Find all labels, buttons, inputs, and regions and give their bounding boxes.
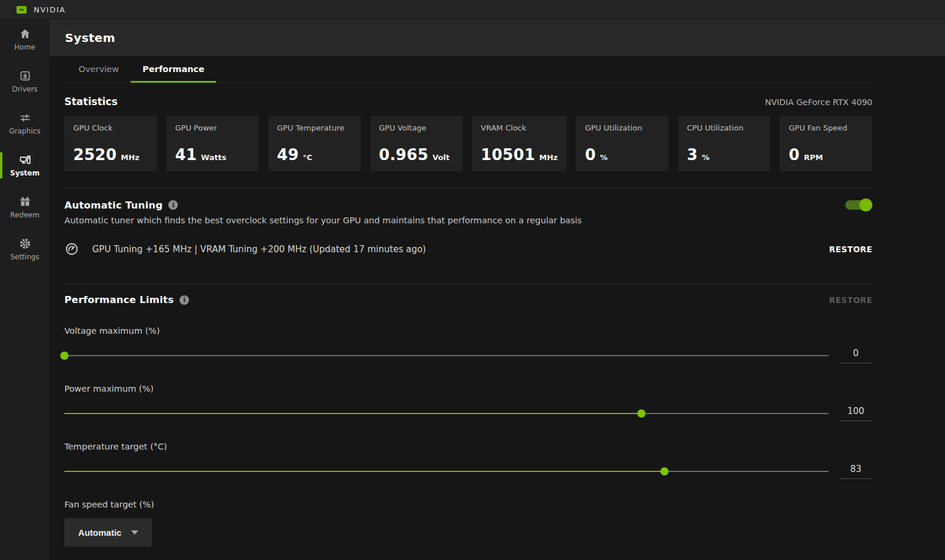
fan-speed-dropdown[interactable]: Automatic xyxy=(64,518,152,546)
stat-card-value: 3 xyxy=(687,146,698,164)
stat-card: CPU Utilization3% xyxy=(678,116,771,171)
redeem-icon xyxy=(19,196,31,208)
slider-value[interactable]: 100 xyxy=(839,406,872,421)
slider-fill xyxy=(64,471,664,472)
slider-handle[interactable] xyxy=(60,351,69,360)
sidebar-item-redeem[interactable]: Redeem xyxy=(0,192,50,223)
tab-performance[interactable]: Performance xyxy=(131,56,216,82)
drivers-icon xyxy=(19,70,31,82)
info-icon[interactable]: i xyxy=(180,295,189,305)
fan-speed-label: Fan speed target (%) xyxy=(64,500,872,509)
stat-card-value: 2520 xyxy=(73,146,117,164)
automatic-tuning-description: Automatic tuner which finds the best ove… xyxy=(64,216,872,225)
stat-card-label: GPU Utilization xyxy=(585,123,660,132)
stat-card-label: CPU Utilization xyxy=(687,123,762,132)
gpu-name: NVIDIA GeForce RTX 4090 xyxy=(765,97,872,107)
slider-track[interactable] xyxy=(64,467,829,476)
stat-card-unit: Watts xyxy=(201,153,226,162)
stat-card: GPU Utilization0% xyxy=(576,116,669,171)
slider-track[interactable] xyxy=(64,409,829,418)
main-content: OverviewPerformance Statistics NVIDIA Ge… xyxy=(50,56,945,560)
slider-group: Voltage maximum (%)0 xyxy=(64,326,872,363)
stat-card-value: 10501 xyxy=(481,146,535,164)
stat-card-value: 41 xyxy=(175,146,197,164)
slider-value[interactable]: 83 xyxy=(839,464,872,479)
stat-card-unit: % xyxy=(600,153,608,162)
home-icon xyxy=(19,28,31,40)
stat-card-value: 0 xyxy=(788,146,799,164)
settings-icon xyxy=(19,237,31,250)
sidebar-item-label: Home xyxy=(14,43,35,51)
stat-card: GPU Clock2520MHz xyxy=(64,116,157,171)
section-divider xyxy=(64,188,872,188)
sidebar-item-label: System xyxy=(10,169,40,177)
stat-card-label: GPU Clock xyxy=(73,123,148,132)
automatic-tuning-heading: Automatic Tuning xyxy=(64,200,162,211)
sidebar-item-system[interactable]: System xyxy=(0,150,50,181)
restore-limits-button[interactable]: RESTORE xyxy=(829,295,872,305)
stat-card-label: GPU Power xyxy=(175,123,250,132)
app-title: NVIDIA xyxy=(34,5,66,14)
stat-card: GPU Power41Watts xyxy=(167,116,259,171)
nvidia-app-window: NVIDIA HomeDriversGraphicsSystemRedeemSe… xyxy=(0,0,945,560)
stat-card-unit: MHz xyxy=(121,153,139,162)
active-indicator xyxy=(0,152,2,178)
statistics-header: Statistics NVIDIA GeForce RTX 4090 xyxy=(64,96,872,108)
page-title: System xyxy=(65,31,115,45)
tab-overview[interactable]: Overview xyxy=(67,56,131,82)
section-divider xyxy=(64,284,872,284)
stat-card-unit: MHz xyxy=(539,153,558,162)
page-header: System xyxy=(50,19,945,56)
graphics-icon xyxy=(19,112,31,124)
sidebar-item-drivers[interactable]: Drivers xyxy=(0,66,50,97)
performance-limits-heading: Performance Limits xyxy=(64,294,174,305)
stat-card-value: 0 xyxy=(585,146,595,164)
stat-card-label: VRAM Clock xyxy=(481,123,558,132)
gauge-icon xyxy=(64,242,79,256)
performance-limits-header: Performance Limits i RESTORE xyxy=(64,294,872,305)
statistics-cards: GPU Clock2520MHzGPU Power41WattsGPU Temp… xyxy=(64,116,872,171)
info-icon[interactable]: i xyxy=(168,200,178,210)
stat-card-value: 0.965 xyxy=(379,146,429,164)
slider-handle[interactable] xyxy=(637,409,646,418)
stat-card: GPU Fan Speed0RPM xyxy=(780,116,872,171)
fan-speed-selected: Automatic xyxy=(78,528,121,538)
slider-fill xyxy=(64,413,641,414)
slider-handle[interactable] xyxy=(660,467,669,476)
system-icon xyxy=(19,154,31,166)
sidebar-item-settings[interactable]: Settings xyxy=(0,234,50,265)
slider-group: Power maximum (%)100 xyxy=(64,384,872,421)
tuning-status-row: GPU Tuning +165 MHz | VRAM Tuning +200 M… xyxy=(64,242,872,256)
slider-value[interactable]: 0 xyxy=(839,348,872,363)
slider-label: Temperature target (°C) xyxy=(64,442,872,451)
sidebar: HomeDriversGraphicsSystemRedeemSettings xyxy=(0,19,50,560)
stat-card-label: GPU Voltage xyxy=(379,123,454,132)
sidebar-item-graphics[interactable]: Graphics xyxy=(0,108,50,139)
slider-group: Temperature target (°C)83 xyxy=(64,442,872,479)
stat-card-label: GPU Fan Speed xyxy=(788,123,863,132)
toggle-knob xyxy=(859,198,872,211)
sidebar-item-label: Graphics xyxy=(9,127,41,135)
chevron-down-icon xyxy=(131,530,138,535)
tuning-status-text: GPU Tuning +165 MHz | VRAM Tuning +200 M… xyxy=(92,244,426,255)
sidebar-item-label: Settings xyxy=(10,253,39,261)
automatic-tuning-toggle[interactable] xyxy=(845,198,872,211)
slider-label: Voltage maximum (%) xyxy=(64,326,872,336)
stat-card-unit: RPM xyxy=(804,153,823,162)
stat-card-unit: % xyxy=(702,153,709,162)
stat-card: GPU Voltage0.965Volt xyxy=(370,116,463,171)
stat-card: VRAM Clock10501MHz xyxy=(472,116,566,171)
slider-line xyxy=(64,355,829,356)
performance-sliders: Voltage maximum (%)0Power maximum (%)100… xyxy=(64,326,872,479)
slider-track[interactable] xyxy=(64,351,829,360)
stat-card-label: GPU Temperature xyxy=(277,123,352,132)
titlebar: NVIDIA xyxy=(0,0,945,19)
automatic-tuning-header: Automatic Tuning i xyxy=(64,198,872,211)
restore-tuning-button[interactable]: RESTORE xyxy=(829,245,872,254)
stat-card: GPU Temperature49°C xyxy=(268,116,361,171)
stat-card-value: 49 xyxy=(277,146,299,164)
slider-label: Power maximum (%) xyxy=(64,384,872,393)
sidebar-item-home[interactable]: Home xyxy=(0,24,50,55)
sidebar-item-label: Drivers xyxy=(12,85,37,93)
statistics-heading: Statistics xyxy=(64,96,118,108)
